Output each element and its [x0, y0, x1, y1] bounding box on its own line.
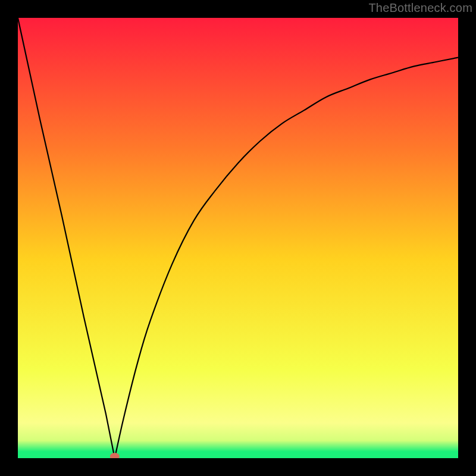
bottleneck-curve: [18, 18, 458, 458]
plot-area: [18, 18, 458, 458]
watermark-text: TheBottleneck.com: [368, 1, 472, 15]
optimal-point-marker: [110, 453, 120, 458]
curve-path: [18, 18, 458, 458]
chart-frame: TheBottleneck.com: [0, 0, 476, 476]
